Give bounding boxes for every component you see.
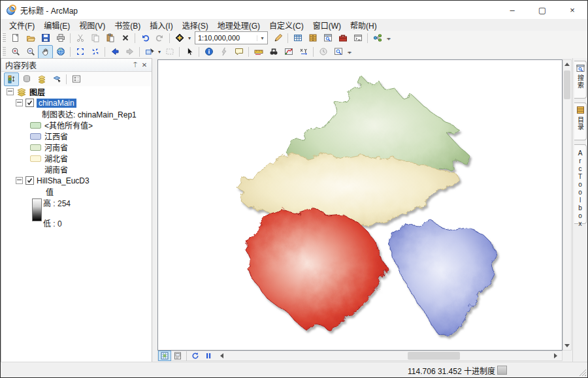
new-document-button[interactable] bbox=[8, 31, 23, 45]
viewer-window-button[interactable] bbox=[331, 45, 346, 59]
horizontal-scroll-track[interactable] bbox=[228, 351, 549, 360]
toc-window-button[interactable] bbox=[290, 31, 305, 45]
menu-bookmarks[interactable]: 书签(B) bbox=[110, 19, 145, 31]
fixed-zoom-out-button[interactable] bbox=[88, 45, 103, 59]
legend-item-row[interactable]: 江西省 bbox=[1, 131, 152, 142]
editor-toolbar-button[interactable] bbox=[270, 31, 286, 45]
resize-grip[interactable] bbox=[578, 368, 586, 376]
pin-icon[interactable]: ⍑ bbox=[131, 61, 140, 69]
add-data-button[interactable] bbox=[172, 31, 187, 45]
scroll-right-button[interactable] bbox=[549, 351, 562, 361]
select-features-dropdown[interactable]: ▾ bbox=[157, 49, 162, 55]
close-button[interactable]: × bbox=[557, 1, 587, 19]
open-button[interactable] bbox=[23, 31, 38, 45]
menu-help[interactable]: 帮助(H) bbox=[346, 19, 382, 31]
scroll-up-button[interactable] bbox=[563, 60, 571, 69]
zoom-in-button[interactable] bbox=[8, 45, 23, 59]
find-route-button[interactable] bbox=[281, 45, 296, 59]
map-scale-combo[interactable]: 1:10,000,000 ▾ bbox=[195, 31, 268, 44]
combo-dropdown-icon[interactable]: ▾ bbox=[257, 35, 267, 41]
identify-button[interactable] bbox=[201, 45, 216, 59]
layers-group-row[interactable]: 图层 bbox=[1, 86, 152, 97]
search-window-button[interactable] bbox=[320, 31, 335, 45]
save-button[interactable] bbox=[38, 31, 53, 45]
hillshade-checkbox[interactable] bbox=[25, 176, 34, 185]
arctoolbox-dock-tab[interactable]: ArcToolbox bbox=[574, 144, 587, 224]
refresh-button[interactable] bbox=[189, 351, 202, 361]
time-slider-button[interactable] bbox=[316, 45, 331, 59]
html-popup-button[interactable] bbox=[231, 45, 246, 59]
hillshade-layer-label[interactable]: HillSha_EucD3 bbox=[37, 176, 90, 185]
catalog-dock-tab[interactable]: 目录 bbox=[574, 102, 587, 140]
find-button[interactable] bbox=[266, 45, 281, 59]
menu-insert[interactable]: 插入(I) bbox=[145, 19, 177, 31]
select-features-button[interactable] bbox=[142, 45, 157, 59]
copy-button[interactable] bbox=[88, 31, 103, 45]
legend-item-row[interactable]: 湖北省 bbox=[1, 153, 152, 164]
undo-button[interactable] bbox=[137, 31, 152, 45]
menu-customize[interactable]: 自定义(C) bbox=[265, 19, 308, 31]
toolbar-overflow-button[interactable]: ▁▾ bbox=[346, 49, 353, 54]
representation-row[interactable]: 制图表达: chinaMain_Rep1 bbox=[1, 108, 152, 119]
menu-window[interactable]: 窗口(W) bbox=[308, 19, 346, 31]
scroll-left-button[interactable] bbox=[215, 351, 228, 361]
menu-edit[interactable]: 编辑(E) bbox=[39, 19, 74, 31]
menu-view[interactable]: 视图(V) bbox=[74, 19, 110, 31]
add-data-dropdown[interactable]: ▾ bbox=[187, 35, 192, 41]
chinamain-layer-row[interactable]: chinaMain bbox=[1, 97, 152, 108]
python-window-button[interactable] bbox=[350, 31, 365, 45]
list-by-visibility-button[interactable] bbox=[34, 72, 49, 86]
layout-view-button[interactable] bbox=[171, 351, 184, 361]
menu-file[interactable]: 文件(F) bbox=[5, 19, 39, 31]
collapse-icon[interactable] bbox=[16, 177, 23, 184]
arctoolbox-window-button[interactable] bbox=[335, 31, 350, 45]
data-view-button[interactable] bbox=[158, 351, 171, 361]
horizontal-scroll-thumb[interactable] bbox=[408, 352, 460, 360]
chinamain-checkbox[interactable] bbox=[25, 99, 34, 107]
go-to-xy-button[interactable] bbox=[296, 45, 311, 59]
list-by-source-button[interactable] bbox=[19, 72, 34, 86]
pause-drawing-button[interactable] bbox=[202, 351, 215, 361]
toolbar-overflow-button[interactable]: ▁▾ bbox=[385, 35, 393, 40]
province-hunan[interactable] bbox=[244, 209, 385, 331]
collapse-icon[interactable] bbox=[7, 88, 14, 95]
select-elements-button[interactable] bbox=[182, 45, 197, 59]
back-extent-button[interactable] bbox=[107, 45, 122, 59]
cut-button[interactable] bbox=[73, 31, 88, 45]
fixed-zoom-in-button[interactable] bbox=[73, 45, 88, 59]
vertical-scroll-thumb[interactable] bbox=[564, 71, 570, 99]
clear-selection-button[interactable] bbox=[162, 45, 177, 59]
zoom-out-button[interactable] bbox=[23, 45, 38, 59]
toc-options-button[interactable] bbox=[69, 72, 84, 86]
list-by-drawing-order-button[interactable] bbox=[4, 72, 19, 86]
search-dock-tab[interactable]: 搜索 bbox=[574, 61, 587, 99]
scroll-down-button[interactable] bbox=[563, 341, 571, 350]
minimize-button[interactable]: – bbox=[497, 1, 527, 19]
full-extent-button[interactable] bbox=[53, 45, 68, 59]
toolbar-grip[interactable] bbox=[2, 47, 6, 57]
maximize-button[interactable]: ▢ bbox=[527, 1, 557, 19]
map-canvas[interactable] bbox=[157, 59, 563, 351]
legend-item-row[interactable]: 河南省 bbox=[1, 142, 152, 153]
toolbar-grip[interactable] bbox=[2, 33, 6, 43]
hillshade-layer-row[interactable]: HillSha_EucD3 bbox=[1, 175, 152, 186]
chinamain-layer-label[interactable]: chinaMain bbox=[37, 99, 76, 108]
legend-item-row[interactable]: <其他所有值> bbox=[1, 119, 152, 131]
hyperlink-button[interactable] bbox=[216, 45, 231, 59]
modelbuilder-button[interactable] bbox=[370, 31, 385, 45]
legend-item-row[interactable]: 湖南省 bbox=[1, 164, 152, 175]
print-button[interactable] bbox=[53, 31, 68, 45]
collapse-icon[interactable] bbox=[16, 99, 23, 106]
measure-button[interactable] bbox=[251, 45, 266, 59]
delete-button[interactable] bbox=[118, 31, 133, 45]
forward-extent-button[interactable] bbox=[122, 45, 137, 59]
catalog-window-button[interactable] bbox=[305, 31, 320, 45]
pan-button[interactable] bbox=[38, 45, 53, 59]
menu-selection[interactable]: 选择(S) bbox=[178, 19, 213, 31]
paste-button[interactable] bbox=[103, 31, 118, 45]
menu-geoprocessing[interactable]: 地理处理(G) bbox=[213, 19, 265, 31]
province-jiangxi[interactable] bbox=[389, 221, 497, 337]
vertical-scrollbar[interactable] bbox=[563, 59, 572, 351]
list-by-selection-button[interactable] bbox=[49, 72, 64, 86]
redo-button[interactable] bbox=[152, 31, 167, 45]
